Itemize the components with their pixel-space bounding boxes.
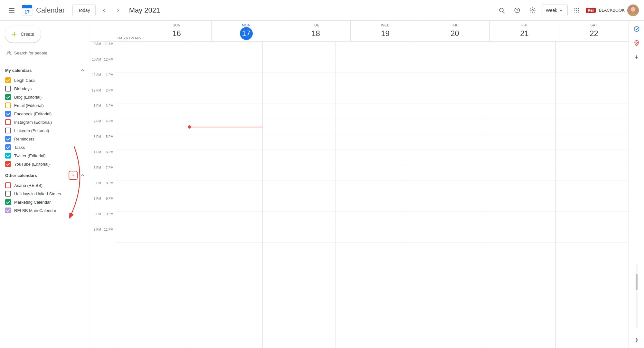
calendar-checkbox-7[interactable]: [5, 136, 11, 142]
my-calendar-item-3[interactable]: Email (Editorial): [0, 101, 90, 110]
day-header-2[interactable]: TUE18: [281, 21, 350, 41]
hour-cell-6-10[interactable]: [556, 196, 629, 212]
hour-cell-6-8[interactable]: [556, 165, 629, 181]
hour-cell-3-7[interactable]: [336, 150, 409, 165]
calendar-checkbox-6[interactable]: [5, 128, 11, 133]
hour-cell-4-6[interactable]: [409, 134, 482, 150]
other-calendar-checkbox-1[interactable]: [5, 191, 11, 197]
hour-cell-1-7[interactable]: [189, 150, 262, 165]
day-column-2[interactable]: [262, 42, 336, 348]
hour-cell-0-10[interactable]: [116, 196, 189, 212]
hour-cell-6-4[interactable]: [556, 103, 629, 119]
hour-cell-6-12[interactable]: [556, 227, 629, 243]
hour-cell-4-11[interactable]: [409, 212, 482, 227]
my-calendar-item-10[interactable]: YouTube (Editorial): [0, 160, 90, 168]
hour-cell-3-3[interactable]: [336, 88, 409, 103]
other-calendar-checkbox-3[interactable]: [5, 208, 11, 213]
hour-cell-0-0[interactable]: [116, 42, 189, 57]
calendar-checkbox-2[interactable]: [5, 94, 11, 100]
hour-cell-1-1[interactable]: [189, 57, 262, 72]
calendar-grid[interactable]: 9 AM11 AM10 AM12 PM11 AM1 PM12 PM2 PM1 P…: [90, 42, 629, 348]
hour-cell-6-7[interactable]: [556, 150, 629, 165]
scrollbar-track[interactable]: [636, 264, 638, 329]
hour-cell-6-0[interactable]: [556, 42, 629, 57]
hour-cell-4-5[interactable]: [409, 119, 482, 134]
hour-cell-1-2[interactable]: [189, 72, 262, 88]
hour-cell-6-9[interactable]: [556, 181, 629, 196]
hour-cell-5-5[interactable]: [482, 119, 555, 134]
hour-cell-0-12[interactable]: [116, 227, 189, 243]
hour-cell-5-1[interactable]: [482, 57, 555, 72]
hour-cell-1-11[interactable]: [189, 212, 262, 227]
hour-cell-4-1[interactable]: [409, 57, 482, 72]
hour-cell-4-8[interactable]: [409, 165, 482, 181]
hour-cell-2-9[interactable]: [263, 181, 336, 196]
day-column-0[interactable]: [116, 42, 189, 348]
settings-button[interactable]: [526, 4, 539, 17]
hour-cell-5-2[interactable]: [482, 72, 555, 88]
hour-cell-5-12[interactable]: [482, 227, 555, 243]
day-column-3[interactable]: [336, 42, 409, 348]
calendar-checkbox-1[interactable]: [5, 86, 11, 92]
hour-cell-3-11[interactable]: [336, 212, 409, 227]
my-calendar-item-2[interactable]: Blog (Editorial): [0, 93, 90, 101]
apps-button[interactable]: [570, 4, 583, 17]
hour-cell-3-5[interactable]: [336, 119, 409, 134]
scrollbar-thumb[interactable]: [636, 274, 638, 290]
hour-cell-1-9[interactable]: [189, 181, 262, 196]
calendar-checkbox-4[interactable]: [5, 111, 11, 117]
hour-cell-3-2[interactable]: [336, 72, 409, 88]
hour-cell-4-4[interactable]: [409, 103, 482, 119]
hour-cell-4-10[interactable]: [409, 196, 482, 212]
hour-cell-1-8[interactable]: [189, 165, 262, 181]
maps-icon-btn[interactable]: [631, 37, 642, 49]
other-calendar-checkbox-2[interactable]: [5, 199, 11, 205]
day-column-6[interactable]: [555, 42, 629, 348]
hour-cell-0-6[interactable]: [116, 134, 189, 150]
my-calendar-item-9[interactable]: Twitter (Editorial): [0, 151, 90, 160]
hour-cell-6-3[interactable]: [556, 88, 629, 103]
expand-icon-btn[interactable]: ❯: [631, 334, 642, 345]
hour-cell-5-9[interactable]: [482, 181, 555, 196]
other-calendar-item-3[interactable]: REI BB Main Calendar: [0, 206, 90, 215]
hour-cell-3-0[interactable]: [336, 42, 409, 57]
day-header-4[interactable]: THU20: [420, 21, 489, 41]
other-calendar-item-2[interactable]: Marketing Calendar: [0, 198, 90, 206]
my-calendar-item-5[interactable]: Instagram (Editorial): [0, 118, 90, 126]
today-button[interactable]: Today: [72, 5, 95, 16]
hour-cell-2-7[interactable]: [263, 150, 336, 165]
hour-cell-0-2[interactable]: [116, 72, 189, 88]
my-calendar-item-1[interactable]: Birthdays: [0, 84, 90, 93]
day-header-1[interactable]: MON17: [211, 21, 281, 41]
calendar-checkbox-8[interactable]: [5, 144, 11, 150]
hour-cell-2-3[interactable]: [263, 88, 336, 103]
hour-cell-3-9[interactable]: [336, 181, 409, 196]
calendar-checkbox-5[interactable]: [5, 119, 11, 125]
search-people-button[interactable]: Search for people: [3, 48, 87, 58]
hour-cell-2-2[interactable]: [263, 72, 336, 88]
hour-cell-0-8[interactable]: [116, 165, 189, 181]
hour-cell-0-7[interactable]: [116, 150, 189, 165]
other-calendars-collapse-button[interactable]: [78, 171, 87, 180]
hour-cell-6-1[interactable]: [556, 57, 629, 72]
day-column-1[interactable]: [189, 42, 262, 348]
day-column-4[interactable]: [409, 42, 482, 348]
search-button[interactable]: [495, 4, 508, 17]
hour-cell-2-6[interactable]: [263, 134, 336, 150]
hour-cell-4-7[interactable]: [409, 150, 482, 165]
hour-cell-2-4[interactable]: [263, 103, 336, 119]
other-calendar-item-1[interactable]: Holidays in United States: [0, 189, 90, 198]
tasks-icon-btn[interactable]: [631, 23, 642, 35]
hour-cell-6-6[interactable]: [556, 134, 629, 150]
add-icon-btn[interactable]: +: [631, 52, 642, 63]
day-header-3[interactable]: WED19: [350, 21, 420, 41]
view-selector-button[interactable]: Week: [542, 5, 568, 16]
help-button[interactable]: ?: [511, 4, 524, 17]
hour-cell-0-11[interactable]: [116, 212, 189, 227]
calendar-checkbox-3[interactable]: [5, 102, 11, 108]
hour-cell-4-3[interactable]: [409, 88, 482, 103]
avatar[interactable]: [627, 5, 639, 16]
day-column-5[interactable]: [482, 42, 555, 348]
hour-cell-5-10[interactable]: [482, 196, 555, 212]
my-calendar-item-7[interactable]: Reminders: [0, 135, 90, 143]
